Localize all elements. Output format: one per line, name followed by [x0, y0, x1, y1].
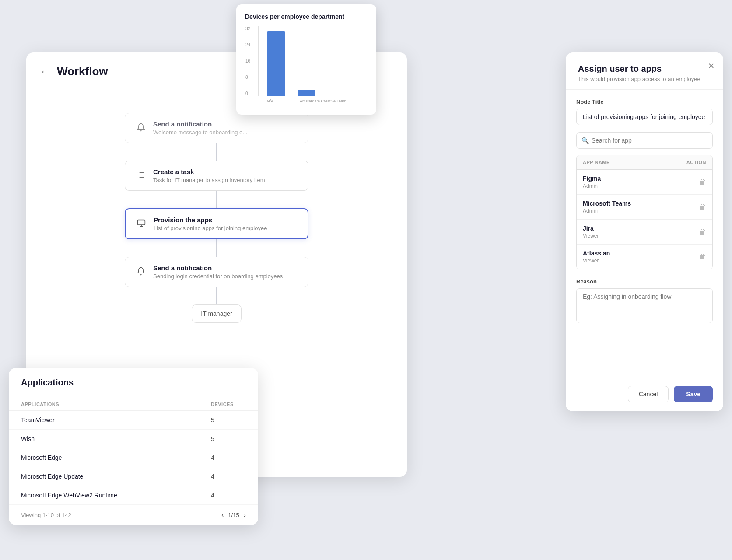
node-2-subtitle: Task for IT manager to assign inventory … [153, 177, 298, 183]
node-provision-apps[interactable]: Provision the apps List of provisioning … [125, 208, 308, 239]
assign-app-role-4: Viewer [583, 258, 684, 264]
node-4-subtitle: Sending login credential for on boarding… [153, 273, 298, 280]
node-3-title: Provision the apps [154, 216, 298, 224]
app-name-4: Microsoft Edge Update [21, 473, 211, 480]
prev-page-button[interactable]: ‹ [221, 511, 224, 519]
table-col-action: ACTION [684, 160, 706, 165]
app-row-5[interactable]: Microsoft Edge WebView2 Runtime 4 [9, 486, 258, 505]
delete-app-2-button[interactable]: 🗑 [699, 203, 706, 210]
node-1-text: Send a notification Welcome message to o… [153, 120, 298, 136]
node-3-text: Provision the apps List of provisioning … [154, 216, 298, 231]
col-header-devices: DEVICES [211, 402, 246, 407]
node-4-text: Send a notification Sending login creden… [153, 264, 298, 280]
assign-app-row-1: Figma Admin 🗑 [577, 170, 712, 195]
node-1-subtitle: Welcome message to onboarding e... [153, 129, 298, 136]
bell-icon-1 [135, 121, 147, 133]
y-axis: 32 24 16 8 0 [245, 26, 250, 96]
search-app-input[interactable] [576, 132, 713, 149]
search-icon: 🔍 [581, 137, 589, 144]
apps-footer: Viewing 1-10 of 142 ‹ 1/15 › [9, 505, 258, 525]
assign-app-row-2: Microsoft Teams Admin 🗑 [577, 195, 712, 220]
bar-1 [267, 31, 285, 96]
task-icon [135, 169, 147, 181]
next-page-button[interactable]: › [244, 511, 246, 519]
node-title-label: Node Title [576, 98, 713, 105]
assign-app-info-4: Atlassian Viewer [583, 250, 684, 264]
bar-group-2 [298, 90, 315, 96]
workflow-title: Workflow [57, 65, 108, 78]
assign-app-action-4: 🗑 [684, 253, 706, 261]
node-3-subtitle: List of provisioning apps for joining em… [154, 225, 298, 231]
provision-icon [135, 217, 147, 229]
app-devices-1: 5 [211, 416, 246, 424]
save-button[interactable]: Save [674, 386, 713, 402]
x-label-1: N/A [267, 99, 273, 103]
connector-3 [216, 239, 217, 257]
assign-app-info-2: Microsoft Teams Admin [583, 200, 684, 214]
it-manager-node[interactable]: IT manager [192, 304, 241, 323]
bar-group-1 [267, 31, 285, 96]
assign-subtitle: This would provision app access to an em… [578, 76, 711, 82]
assign-app-name-1: Figma [583, 175, 684, 182]
node-4-title: Send a notification [153, 264, 298, 272]
assign-app-role-3: Viewer [583, 233, 684, 239]
apps-viewing-text: Viewing 1-10 of 142 [21, 512, 71, 518]
node-send-notification-2[interactable]: Send a notification Sending login creden… [125, 257, 308, 287]
svg-rect-6 [138, 220, 145, 225]
back-button[interactable]: ← [40, 66, 50, 77]
nodes-area: Send a notification Welcome message to o… [125, 104, 308, 332]
panel-footer: Cancel Save [566, 377, 723, 411]
apps-header: Applications [9, 368, 258, 398]
chart-bars [259, 26, 368, 96]
node-title-input[interactable] [576, 108, 713, 125]
page-indicator: 1/15 [228, 512, 239, 518]
app-row-2[interactable]: Wish 5 [9, 430, 258, 448]
chart-title: Devices per employee department [245, 13, 368, 20]
assign-app-row-3: Jira Viewer 🗑 [577, 220, 712, 245]
node-create-task[interactable]: Create a task Task for IT manager to ass… [125, 161, 308, 191]
x-labels: N/A Amsterdam Creative Team [258, 96, 368, 106]
app-row-1[interactable]: TeamViewer 5 [9, 411, 258, 430]
cancel-button[interactable]: Cancel [628, 386, 669, 402]
apps-list-table: APP NAME ACTION Figma Admin 🗑 Microsoft … [576, 155, 713, 270]
assign-app-info-1: Figma Admin [583, 175, 684, 189]
bell-icon-2 [135, 265, 147, 277]
app-devices-2: 5 [211, 435, 246, 442]
assign-title: Assign user to apps [578, 64, 711, 74]
app-devices-5: 4 [211, 492, 246, 499]
node-2-text: Create a task Task for IT manager to ass… [153, 168, 298, 183]
apps-list-table-header: APP NAME ACTION [577, 155, 712, 170]
app-name-2: Wish [21, 435, 211, 442]
apps-title: Applications [21, 378, 246, 388]
delete-app-1-button[interactable]: 🗑 [699, 178, 706, 186]
connector-1 [216, 143, 217, 161]
pagination[interactable]: ‹ 1/15 › [221, 511, 246, 519]
assign-app-name-4: Atlassian [583, 250, 684, 257]
reason-textarea[interactable] [576, 288, 713, 323]
connector-4 [216, 287, 217, 304]
assign-body: Node Title 🔍 APP NAME ACTION Figma Admin… [566, 90, 723, 411]
connector-2 [216, 191, 217, 208]
chart-popup: Devices per employee department 32 24 16… [236, 4, 376, 115]
applications-panel: Applications APPLICATIONS DEVICES TeamVi… [9, 368, 258, 525]
delete-app-4-button[interactable]: 🗑 [699, 253, 706, 260]
app-devices-3: 4 [211, 454, 246, 461]
assign-app-info-3: Jira Viewer [583, 225, 684, 239]
apps-table-header: APPLICATIONS DEVICES [9, 398, 258, 411]
search-wrapper: 🔍 [576, 132, 713, 149]
col-header-app: APPLICATIONS [21, 402, 211, 407]
app-name-1: TeamViewer [21, 416, 211, 424]
node-send-notification-1[interactable]: Send a notification Welcome message to o… [125, 113, 308, 143]
app-name-5: Microsoft Edge WebView2 Runtime [21, 492, 211, 499]
it-manager-label: IT manager [201, 310, 232, 317]
assign-app-name-3: Jira [583, 225, 684, 232]
delete-app-3-button[interactable]: 🗑 [699, 228, 706, 235]
assign-panel: Assign user to apps This would provision… [566, 52, 723, 411]
app-row-3[interactable]: Microsoft Edge 4 [9, 448, 258, 467]
app-row-4[interactable]: Microsoft Edge Update 4 [9, 467, 258, 486]
workflow-content: Send a notification Welcome message to o… [26, 91, 407, 345]
app-devices-4: 4 [211, 473, 246, 480]
x-label-2: Amsterdam Creative Team [300, 99, 346, 103]
close-button[interactable]: ✕ [708, 61, 714, 71]
assign-app-action-2: 🗑 [684, 203, 706, 211]
